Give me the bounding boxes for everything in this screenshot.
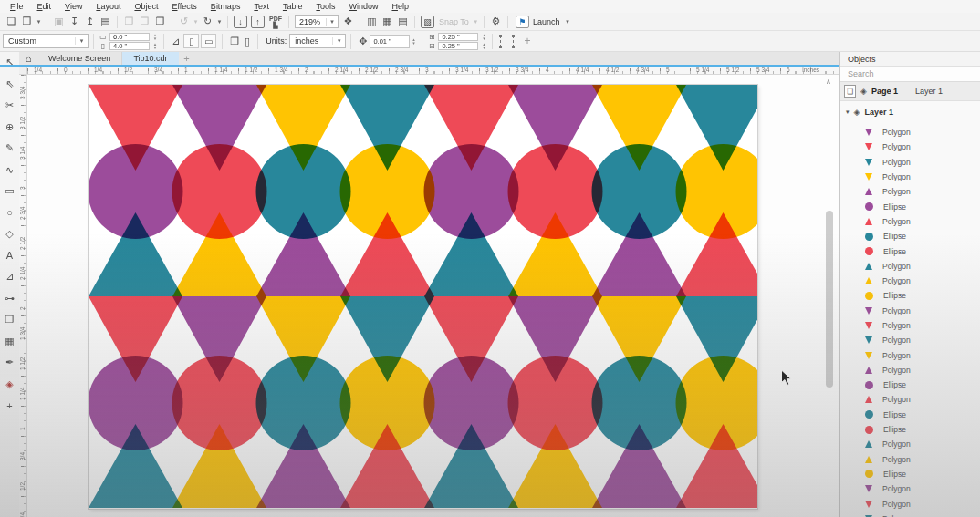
new-tab-button[interactable]: +	[179, 52, 195, 65]
object-item-polygon[interactable]: Polygon	[840, 259, 980, 274]
spinner[interactable]: ▴▾	[480, 42, 487, 49]
object-item-polygon[interactable]: Polygon	[840, 512, 980, 517]
new-document-icon[interactable]: ❏	[4, 15, 19, 29]
export-icon[interactable]: ↑	[251, 16, 265, 28]
menu-effects[interactable]: Effects	[165, 2, 203, 11]
vertical-scrollbar[interactable]	[826, 211, 833, 388]
customize-plus-icon[interactable]: +	[524, 35, 530, 47]
menu-bitmaps[interactable]: Bitmaps	[204, 2, 247, 11]
menu-table[interactable]: Table	[276, 2, 309, 11]
portrait-button[interactable]: ▯	[183, 34, 199, 48]
home-button[interactable]: ⌂	[19, 52, 37, 65]
spinner[interactable]: ▴▾	[151, 42, 159, 49]
menu-layout[interactable]: Layout	[89, 2, 127, 11]
object-item-ellipse[interactable]: Ellipse	[840, 229, 980, 243]
canvas-shape[interactable]	[89, 144, 183, 239]
object-item-ellipse[interactable]: Ellipse	[840, 377, 980, 392]
print-icon[interactable]: ▤	[98, 15, 113, 29]
object-item-polygon[interactable]: Polygon	[840, 170, 980, 184]
canvas-shape[interactable]	[256, 356, 351, 450]
vertical-ruler[interactable]: 3 3/43 1/23 1/432 3/42 1/22 1/421 3/41 1…	[19, 75, 27, 517]
spinner[interactable]: ▴▾	[410, 37, 417, 45]
object-item-polygon[interactable]: Polygon	[840, 184, 980, 199]
object-item-polygon[interactable]: Polygon	[840, 437, 980, 451]
page-row[interactable]: ❏ ◈ Page 1 Layer 1	[840, 82, 980, 101]
tab-document[interactable]: Tip10.cdr	[122, 52, 178, 65]
drop-shadow-tool-icon[interactable]: ❐	[0, 309, 19, 331]
menu-object[interactable]: Object	[128, 2, 164, 11]
menu-view[interactable]: View	[58, 2, 89, 11]
object-item-ellipse[interactable]: Ellipse	[840, 422, 980, 437]
search-input[interactable]: Search	[840, 67, 980, 82]
spinner[interactable]: ▴▾	[480, 33, 487, 40]
nudge-field[interactable]: 0.01 "	[370, 35, 410, 48]
canvas-shape[interactable]	[592, 356, 687, 450]
launch-button[interactable]: ⚑Launch▾	[516, 16, 572, 28]
transparency-tool-icon[interactable]: ▦	[0, 331, 19, 353]
show-guidelines-icon[interactable]: ▤	[395, 15, 411, 29]
cloud-download-icon[interactable]: ↧	[67, 15, 82, 29]
open-folder-icon[interactable]: ❒	[19, 15, 35, 29]
canvas-shape[interactable]	[676, 144, 758, 239]
zoom-level-combobox[interactable]: 219%▾	[295, 15, 339, 28]
object-item-polygon[interactable]: Polygon	[840, 318, 980, 333]
menu-help[interactable]: Help	[385, 2, 415, 11]
interactive-fill-tool-icon[interactable]: ◈	[0, 374, 19, 396]
spinner[interactable]: ▴▾	[151, 33, 159, 40]
snap-off-icon[interactable]: ▧	[421, 16, 434, 28]
canvas-shape[interactable]	[676, 356, 758, 450]
polygon-tool-icon[interactable]: ◇	[0, 223, 19, 245]
canvas-shape[interactable]	[172, 144, 267, 239]
snap-to-dropdown[interactable]: Snap To	[439, 17, 469, 26]
show-rulers-icon[interactable]: ▥	[364, 15, 380, 29]
resize-icon[interactable]: ⊿	[172, 36, 180, 47]
freehand-tool-icon[interactable]: ✎	[0, 138, 19, 160]
object-item-polygon[interactable]: Polygon	[840, 155, 980, 170]
shape-tool-icon[interactable]: ⇖	[0, 74, 19, 96]
cloud-upload-icon[interactable]: ↥	[82, 15, 98, 29]
page-border-icon[interactable]: ❐	[230, 36, 239, 47]
pick-tool-icon[interactable]: ↖	[0, 52, 19, 74]
canvas-shape[interactable]	[424, 144, 519, 239]
pattern-svg[interactable]	[89, 85, 757, 509]
object-item-polygon[interactable]: Polygon	[840, 304, 980, 318]
object-item-polygon[interactable]: Polygon	[840, 363, 980, 377]
page-height-field[interactable]: 4.0 "	[109, 42, 150, 50]
object-item-polygon[interactable]: Polygon	[840, 347, 980, 362]
eyedropper-tool-icon[interactable]: ✒	[0, 352, 19, 374]
canvas-shape[interactable]	[172, 356, 267, 450]
object-item-polygon[interactable]: Polygon	[840, 392, 980, 407]
object-item-ellipse[interactable]: Ellipse	[840, 467, 980, 481]
object-item-polygon[interactable]: Polygon	[840, 125, 980, 140]
ruler-origin[interactable]	[19, 67, 27, 75]
object-item-polygon[interactable]: Polygon	[840, 214, 980, 229]
ellipse-tool-icon[interactable]: ○	[0, 202, 19, 224]
object-item-polygon[interactable]: Polygon	[840, 140, 980, 154]
scroll-up-button[interactable]: ∧	[823, 78, 834, 87]
menu-file[interactable]: File	[4, 2, 30, 11]
canvas-shape[interactable]	[508, 144, 603, 239]
canvas-shape[interactable]	[256, 144, 351, 239]
open-caret-icon[interactable]: ▾	[35, 18, 43, 26]
object-item-polygon[interactable]: Polygon	[840, 496, 980, 511]
object-item-polygon[interactable]: Polygon	[840, 452, 980, 467]
object-item-ellipse[interactable]: Ellipse	[840, 199, 980, 213]
connector-tool-icon[interactable]: ⊶	[0, 288, 19, 310]
object-item-ellipse[interactable]: Ellipse	[840, 288, 980, 303]
horizontal-ruler[interactable]: inches 1/401/41/23/411 1/41 1/21 3/422 1…	[27, 67, 839, 75]
menu-edit[interactable]: Edit	[31, 2, 58, 11]
treat-as-filled-button[interactable]	[500, 36, 514, 47]
object-item-polygon[interactable]: Polygon	[840, 333, 980, 347]
text-tool-icon[interactable]: A	[0, 245, 19, 267]
redo-icon[interactable]: ↻	[200, 15, 215, 29]
show-grid-icon[interactable]: ▦	[380, 15, 395, 29]
zoom-tool-icon[interactable]: ⊕	[0, 117, 19, 139]
object-item-polygon[interactable]: Polygon	[840, 274, 980, 288]
object-item-ellipse[interactable]: Ellipse	[840, 408, 980, 422]
menu-window[interactable]: Window	[342, 2, 384, 11]
object-item-ellipse[interactable]: Ellipse	[840, 243, 980, 258]
import-icon[interactable]: ↓	[234, 16, 247, 28]
page-width-field[interactable]: 6.0 "	[109, 33, 150, 41]
duplicate-y-field[interactable]: 0.25 "	[438, 42, 478, 50]
publish-pdf-icon[interactable]: PDF▙	[269, 16, 282, 28]
